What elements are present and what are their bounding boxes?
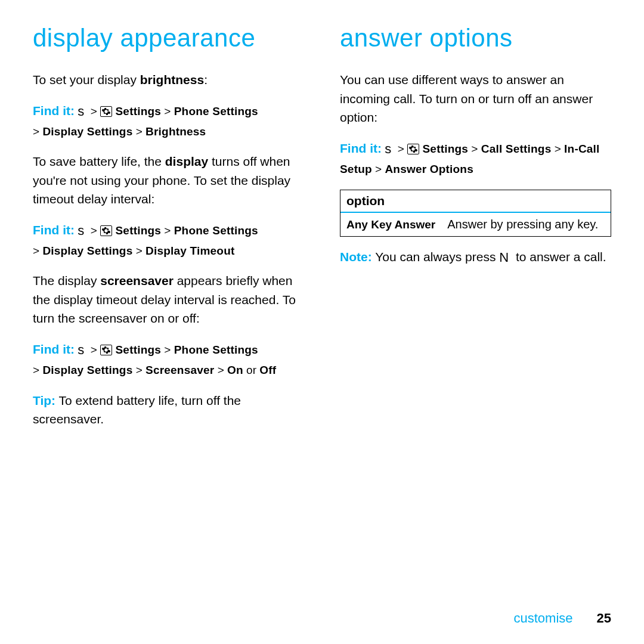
- footer-section-name: customise: [513, 611, 572, 626]
- table-header-option: option: [340, 190, 611, 213]
- section-title-answer-options: answer options: [340, 24, 611, 52]
- tip-paragraph: Tip: To extend battery life, turn off th…: [33, 391, 304, 429]
- send-key-glyph: N: [499, 250, 509, 265]
- find-it-timeout: Find it: s > Settings > Phone Settings >…: [33, 219, 304, 261]
- find-it-label: Find it:: [33, 342, 75, 356]
- intro-brightness: To set your display brightness:: [33, 70, 304, 89]
- option-on: On: [227, 364, 243, 376]
- intro-screensaver: The display screensaver appears briefly …: [33, 271, 304, 328]
- sep: >: [136, 364, 143, 376]
- sep: >: [33, 125, 39, 138]
- find-it-label: Find it:: [33, 104, 75, 117]
- sep: >: [33, 364, 39, 376]
- note-label: Note:: [340, 250, 372, 264]
- center-key-glyph: s: [78, 104, 84, 119]
- gear-icon: [100, 225, 112, 236]
- sep: >: [91, 105, 97, 117]
- find-it-label: Find it:: [340, 141, 382, 155]
- find-it-screensaver: Find it: s > Settings > Phone Settings >…: [33, 339, 304, 380]
- path-phone-settings: Phone Settings: [174, 224, 258, 237]
- sep: >: [375, 163, 382, 175]
- sep: >: [164, 343, 171, 356]
- path-display-timeout: Display Timeout: [145, 244, 234, 257]
- section-title-display-appearance: display appearance: [33, 24, 304, 52]
- note-post: to answer a call.: [512, 250, 606, 264]
- sep: >: [555, 143, 561, 155]
- intro-timeout: To save battery life, the display turns …: [33, 152, 304, 209]
- path-phone-settings: Phone Settings: [174, 343, 258, 356]
- gear-icon: [100, 345, 112, 355]
- find-it-brightness: Find it: s > Settings > Phone Settings >…: [33, 100, 304, 142]
- left-column: display appearance To set your display b…: [33, 24, 304, 599]
- find-it-answer-options: Find it: s > Settings > Call Settings > …: [340, 138, 611, 179]
- path-settings: Settings: [423, 143, 469, 155]
- center-key-glyph: s: [385, 141, 391, 156]
- text: :: [204, 73, 208, 86]
- option-name-any-key-answer: Any Key Answer: [346, 218, 435, 231]
- path-settings: Settings: [116, 343, 162, 356]
- right-column: answer options You can use different way…: [340, 24, 611, 599]
- or-text: or: [243, 364, 259, 376]
- sep: >: [33, 244, 39, 257]
- table-row: Any Key Answer Answer by pressing any ke…: [340, 213, 611, 236]
- gear-icon: [407, 144, 419, 154]
- sep: >: [398, 143, 404, 155]
- path-display-settings: Display Settings: [42, 125, 132, 138]
- path-settings: Settings: [116, 224, 162, 237]
- sep: >: [164, 224, 171, 237]
- path-screensaver: Screensaver: [145, 364, 214, 376]
- path-call-settings: Call Settings: [481, 143, 552, 155]
- sep: >: [136, 125, 143, 138]
- tip-label: Tip:: [33, 394, 55, 407]
- path-settings: Settings: [116, 105, 162, 117]
- path-display-settings: Display Settings: [42, 364, 132, 376]
- page-footer: customise 25: [33, 599, 611, 626]
- option-off: Off: [259, 364, 276, 376]
- gear-icon: [100, 106, 112, 117]
- option-description: Answer by pressing any key.: [447, 218, 605, 231]
- path-answer-options: Answer Options: [385, 163, 473, 175]
- path-display-settings: Display Settings: [42, 244, 132, 257]
- sep: >: [164, 105, 171, 117]
- path-brightness: Brightness: [145, 125, 206, 138]
- sep: >: [91, 224, 97, 237]
- bold-screensaver: screensaver: [100, 274, 174, 287]
- note-pre: You can always press: [372, 250, 500, 264]
- sep: >: [218, 364, 224, 376]
- manual-page: display appearance To set your display b…: [0, 0, 644, 644]
- tip-text: To extend battery life, turn off the scr…: [33, 394, 241, 426]
- intro-answer-options: You can use different ways to answer an …: [340, 70, 611, 127]
- two-column-layout: display appearance To set your display b…: [33, 24, 611, 599]
- note-paragraph: Note: You can always press N to answer a…: [340, 247, 611, 267]
- find-it-label: Find it:: [33, 223, 75, 237]
- text: To set your display: [33, 73, 140, 86]
- path-phone-settings: Phone Settings: [174, 105, 258, 117]
- sep: >: [471, 143, 478, 155]
- center-key-glyph: s: [78, 223, 84, 238]
- text: The display: [33, 274, 100, 287]
- center-key-glyph: s: [78, 342, 84, 357]
- text: To save battery life, the: [33, 154, 165, 168]
- footer-page-number: 25: [597, 611, 611, 626]
- options-table: option Any Key Answer Answer by pressing…: [340, 190, 611, 237]
- sep: >: [91, 343, 97, 356]
- bold-brightness: brightness: [140, 73, 204, 86]
- sep: >: [136, 244, 143, 257]
- bold-display: display: [165, 154, 208, 168]
